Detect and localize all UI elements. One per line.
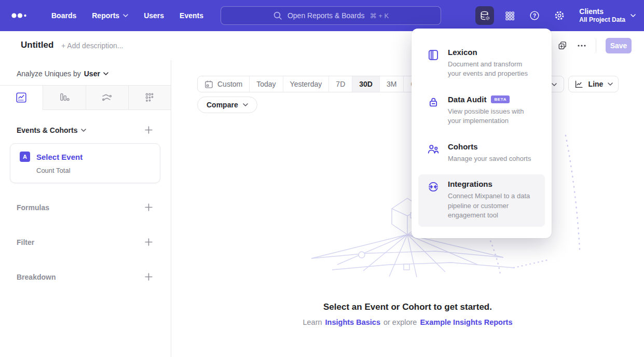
select-event-button[interactable]: Select Event (36, 153, 83, 161)
nav-item-label: Users (144, 11, 164, 20)
report-description-input[interactable]: + Add description... (61, 42, 123, 50)
search-shortcut: ⌘ + K (370, 12, 389, 20)
nav-item-label: Events (180, 11, 203, 20)
range-3m[interactable]: 3M (379, 76, 403, 92)
nav-item-label: Reports (92, 11, 119, 20)
filter-label: Filter (17, 238, 34, 246)
chevron-down-icon (81, 129, 86, 132)
chevron-down-icon (123, 14, 128, 17)
nav-item-events[interactable]: Events (172, 0, 211, 31)
event-aggregation[interactable]: Count Total (36, 167, 150, 174)
settings-button[interactable] (550, 6, 569, 25)
database-gear-icon (479, 10, 491, 22)
menu-item-title: Lexicon (448, 48, 477, 57)
add-filter-button[interactable] (144, 238, 153, 246)
range-label: Yesterday (290, 80, 322, 88)
top-nav: Boards Reports Users Events Open Reports… (0, 0, 644, 31)
menu-item-cohorts[interactable]: Cohorts Manage your saved cohorts (418, 137, 545, 170)
nav-item-label: Boards (51, 11, 76, 20)
insights-basics-link[interactable]: Insights Basics (325, 318, 380, 326)
duplicate-report-button[interactable] (557, 40, 568, 51)
range-today[interactable]: Today (249, 76, 282, 92)
line-chart-icon (574, 79, 584, 89)
event-letter-badge: A (20, 152, 30, 162)
range-label: 3M (387, 80, 396, 88)
range-label: Today (256, 80, 276, 88)
event-row-a[interactable]: A Select Event Count Total (10, 143, 160, 183)
flow-icon (101, 91, 113, 104)
menu-item-integrations[interactable]: Integrations Connect Mixpanel to a data … (418, 174, 545, 226)
plus-icon (144, 203, 153, 212)
add-formula-button[interactable] (144, 203, 153, 212)
chevron-down-icon (608, 83, 613, 86)
add-event-button[interactable] (144, 126, 153, 134)
breakdown-label: Breakdown (17, 273, 56, 281)
help-button[interactable]: ? (525, 6, 544, 25)
save-button[interactable]: Save (606, 38, 632, 53)
ellipsis-icon (577, 41, 586, 50)
data-audit-icon (427, 95, 440, 109)
search-placeholder: Open Reports & Boards (287, 11, 365, 20)
report-canvas: Custom Today Yesterday 7D 30D 3M 6M Comp… (171, 60, 644, 357)
tab-flow[interactable] (86, 86, 128, 109)
range-yesterday[interactable]: Yesterday (283, 76, 329, 92)
analyze-by-dropdown[interactable]: User (84, 70, 108, 78)
range-label: 30D (359, 80, 373, 88)
apps-grid-icon (504, 10, 515, 21)
query-builder-sidebar: Analyze Uniques by User (0, 60, 171, 357)
range-custom[interactable]: Custom (198, 76, 249, 92)
menu-item-description: Document and transform your events and p… (448, 60, 537, 79)
metrics-grid-icon (143, 91, 156, 104)
empty-state-subtext: LearnInsights Basicsor exploreExample In… (171, 318, 644, 326)
plus-icon (144, 238, 153, 246)
chart-style-dropdown[interactable]: Line (568, 76, 619, 92)
empty-state-heading: Select an Event or Cohort to get started… (171, 302, 644, 312)
global-search-input[interactable]: Open Reports & Boards ⌘ + K (221, 6, 441, 25)
menu-item-title: Integrations (448, 180, 492, 188)
empty-state-dots (547, 133, 594, 252)
apps-grid-button[interactable] (500, 6, 519, 25)
explore-middle: or explore (383, 318, 417, 326)
plus-icon (144, 126, 153, 134)
tab-metrics[interactable] (128, 86, 171, 109)
calendar-icon (204, 80, 213, 89)
report-title[interactable]: Untitled (21, 40, 53, 50)
plus-icon (144, 272, 153, 281)
range-30d[interactable]: 30D (352, 76, 379, 92)
nav-item-reports[interactable]: Reports (84, 0, 136, 31)
add-breakdown-button[interactable] (144, 272, 153, 281)
lexicon-book-icon (427, 48, 440, 62)
example-reports-link[interactable]: Example Insights Reports (420, 318, 512, 326)
project-switcher[interactable]: Clients All Project Data (579, 7, 636, 24)
date-range-control: Custom Today Yesterday 7D 30D 3M 6M (197, 76, 428, 92)
range-label: Custom (217, 80, 242, 88)
range-7d[interactable]: 7D (328, 76, 352, 92)
tab-line-chart[interactable] (0, 86, 43, 110)
gear-icon (554, 10, 565, 21)
help-icon: ? (529, 10, 540, 21)
data-management-button[interactable] (475, 6, 494, 25)
project-name: Clients (579, 7, 625, 16)
menu-item-title: Cohorts (448, 142, 478, 151)
cohorts-people-icon (427, 143, 440, 156)
menu-item-data-audit[interactable]: Data Audit BETA View possible issues wit… (418, 90, 545, 132)
formulas-label: Formulas (17, 203, 49, 212)
project-scope: All Project Data (579, 16, 625, 24)
divider (596, 38, 596, 53)
more-options-button[interactable] (577, 41, 586, 50)
nav-item-boards[interactable]: Boards (44, 0, 84, 31)
menu-item-lexicon[interactable]: Lexicon Document and transform your even… (418, 43, 545, 85)
bar-chart-icon (58, 91, 71, 104)
integrations-sync-icon (427, 180, 440, 194)
mixpanel-app: Boards Reports Users Events Open Reports… (0, 0, 644, 357)
svg-text:?: ? (533, 13, 536, 19)
chevron-down-icon (103, 72, 108, 75)
chart-style-label: Line (588, 80, 604, 88)
tab-bar-chart[interactable] (43, 86, 85, 109)
events-cohorts-header[interactable]: Events & Cohorts (17, 126, 86, 134)
analyze-label: Analyze Uniques by (17, 70, 81, 78)
mixpanel-logo[interactable] (11, 11, 28, 20)
nav-item-users[interactable]: Users (136, 0, 172, 31)
compare-button[interactable]: Compare (197, 97, 257, 113)
search-icon (273, 11, 282, 20)
